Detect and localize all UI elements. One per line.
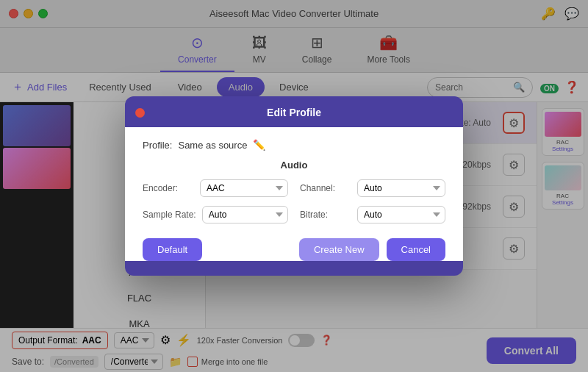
modal-header: Edit Profile — [125, 96, 463, 127]
bitrate-select[interactable]: Auto 128kbps — [357, 206, 445, 223]
modal-close-button[interactable] — [135, 108, 145, 118]
cancel-button[interactable]: Cancel — [387, 238, 445, 261]
modal-fields-grid: Encoder: AAC MP3 Channel: Auto Stereo Sa… — [143, 179, 445, 223]
bitrate-label: Bitrate: — [300, 210, 351, 220]
channel-field: Channel: Auto Stereo — [300, 179, 445, 197]
modal-profile-label: Profile: — [143, 140, 172, 151]
edit-icon[interactable]: ✏️ — [253, 139, 265, 151]
modal-body: Profile: Same as source ✏️ Audio Encoder… — [125, 127, 463, 232]
channel-select[interactable]: Auto Stereo — [357, 179, 445, 197]
sample-rate-label: Sample Rate: — [143, 210, 196, 220]
bitrate-field: Bitrate: Auto 128kbps — [300, 206, 445, 223]
sample-rate-select[interactable]: Auto 44100 — [202, 206, 288, 223]
modal-section-title: Audio — [143, 160, 445, 171]
modal-backdrop: Edit Profile Profile: Same as source ✏️ … — [0, 0, 588, 372]
modal-profile-row: Profile: Same as source ✏️ — [143, 139, 445, 151]
edit-profile-modal: Edit Profile Profile: Same as source ✏️ … — [125, 96, 463, 276]
default-button[interactable]: Default — [143, 238, 202, 261]
encoder-label: Encoder: — [143, 183, 194, 193]
sample-rate-field: Sample Rate: Auto 44100 — [143, 206, 288, 223]
modal-footer: Default Create New Cancel — [125, 232, 463, 261]
create-new-button[interactable]: Create New — [299, 238, 379, 261]
encoder-select[interactable]: AAC MP3 — [200, 179, 288, 197]
modal-title: Edit Profile — [267, 107, 321, 118]
modal-profile-name: Same as source — [178, 140, 247, 151]
encoder-field: Encoder: AAC MP3 — [143, 179, 288, 197]
channel-label: Channel: — [300, 183, 351, 193]
